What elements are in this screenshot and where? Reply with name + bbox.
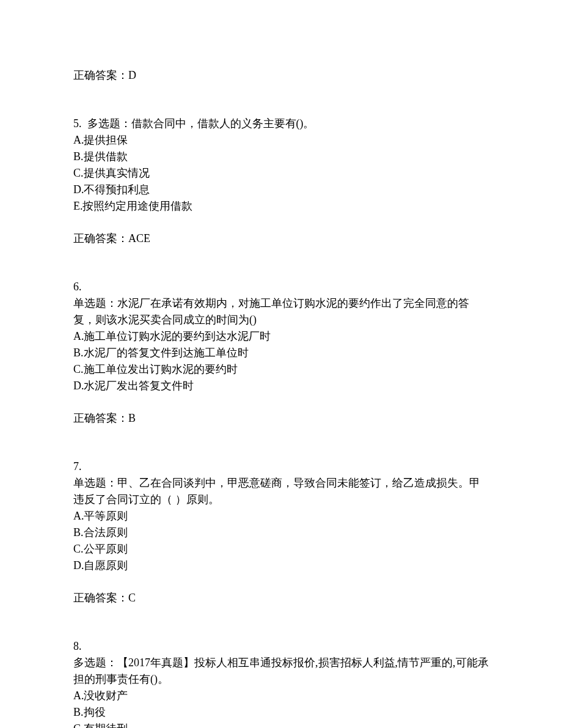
- option-a: A.提供担保: [73, 132, 489, 149]
- option-c: C.公平原则: [73, 541, 489, 557]
- option-b: B.提供借款: [73, 149, 489, 165]
- question-number: 7.: [73, 458, 489, 475]
- option-c: C.提供真实情况: [73, 165, 489, 182]
- question-number: 8.: [73, 638, 489, 655]
- answer-text: 正确答案：C: [73, 590, 489, 606]
- question-8: 8. 多选题：【2017年真题】投标人相互串通投标报价,损害招标人利益,情节严重…: [73, 638, 489, 728]
- question-header: 单选题：甲、乙在合同谈判中，甲恶意磋商，导致合同未能签订，给乙造成损失。甲违反了…: [73, 475, 489, 508]
- answer-text: 正确答案：ACE: [73, 230, 489, 247]
- option-a: A.没收财产: [73, 688, 489, 704]
- question-4-answer-only: 正确答案：D: [73, 67, 489, 84]
- option-d: D.水泥厂发出答复文件时: [73, 378, 489, 394]
- option-a: A.平等原则: [73, 508, 489, 524]
- question-header: 多选题：【2017年真题】投标人相互串通投标报价,损害招标人利益,情节严重的,可…: [73, 655, 489, 688]
- option-d: D.自愿原则: [73, 557, 489, 574]
- option-c: C.施工单位发出订购水泥的要约时: [73, 361, 489, 378]
- option-c: C.有期徒刑: [73, 721, 489, 728]
- answer-text: 正确答案：B: [73, 410, 489, 427]
- question-5: 5. 多选题：借款合同中，借款人的义务主要有()。 A.提供担保 B.提供借款 …: [73, 116, 489, 247]
- option-d: D.不得预扣利息: [73, 182, 489, 198]
- option-b: B.拘役: [73, 704, 489, 721]
- answer-text: 正确答案：D: [73, 67, 489, 84]
- question-header: 单选题：水泥厂在承诺有效期内，对施工单位订购水泥的要约作出了完全同意的答复，则该…: [73, 295, 489, 328]
- option-b: B.水泥厂的答复文件到达施工单位时: [73, 345, 489, 361]
- option-a: A.施工单位订购水泥的要约到达水泥厂时: [73, 328, 489, 345]
- question-header: 5. 多选题：借款合同中，借款人的义务主要有()。: [73, 116, 489, 132]
- option-e: E.按照约定用途使用借款: [73, 198, 489, 215]
- question-number: 6.: [73, 279, 489, 295]
- question-6: 6. 单选题：水泥厂在承诺有效期内，对施工单位订购水泥的要约作出了完全同意的答复…: [73, 279, 489, 427]
- option-b: B.合法原则: [73, 524, 489, 541]
- question-7: 7. 单选题：甲、乙在合同谈判中，甲恶意磋商，导致合同未能签订，给乙造成损失。甲…: [73, 458, 489, 606]
